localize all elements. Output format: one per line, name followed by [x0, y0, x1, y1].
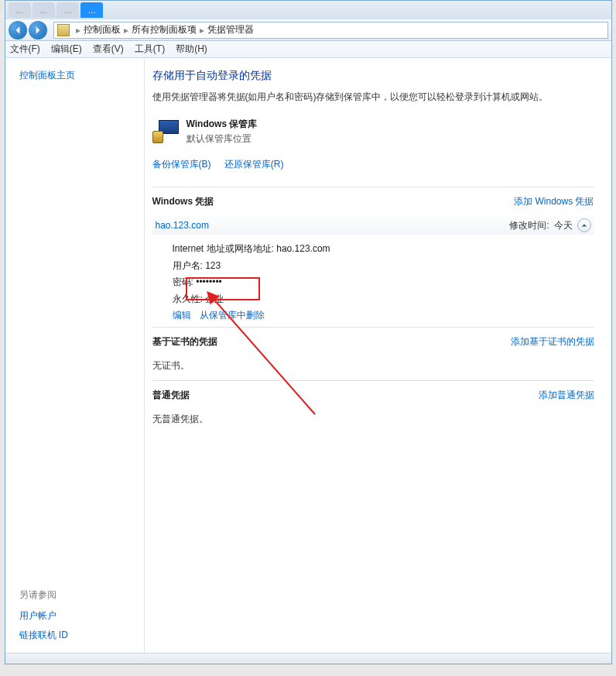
- add-cert-credential-link[interactable]: 添加基于证书的凭据: [511, 335, 594, 348]
- nav-bar: ▸ 控制面板 ▸ 所有控制面板项 ▸ 凭据管理器: [5, 19, 611, 41]
- browser-tab[interactable]: ...: [80, 2, 103, 18]
- section-title: Windows 凭据: [152, 195, 214, 208]
- vault-icon: [152, 120, 179, 143]
- restore-vault-link[interactable]: 还原保管库(R): [224, 159, 284, 170]
- user-label: 用户名:: [173, 260, 203, 271]
- credential-header[interactable]: hao.123.com 修改时间: 今天: [152, 216, 594, 235]
- menu-view[interactable]: 查看(V): [93, 43, 124, 56]
- credential-site[interactable]: hao.123.com: [156, 220, 209, 231]
- empty-message: 无证书。: [152, 356, 594, 376]
- sidebar-footer: 另请参阅 用户帐户 链接联机 ID: [19, 588, 68, 648]
- tabs-bar: ... ... ... ...: [5, 1, 611, 19]
- add-windows-credential-link[interactable]: 添加 Windows 凭据: [514, 195, 594, 208]
- empty-message: 无普通凭据。: [152, 410, 594, 429]
- add-generic-credential-link[interactable]: 添加普通凭据: [539, 389, 594, 402]
- arrow-right-icon: [33, 26, 43, 35]
- pass-value: ••••••••: [196, 276, 222, 287]
- persist-label: 永久性:: [173, 293, 203, 304]
- pass-label: 密码:: [173, 276, 193, 287]
- window: ... ... ... ... ▸ 控制面板 ▸ 所有控制面板项 ▸ 凭据管理器…: [5, 0, 612, 664]
- browser-tab[interactable]: ...: [56, 2, 79, 18]
- sidebar-link-user-accounts[interactable]: 用户帐户: [19, 609, 68, 623]
- sidebar-footer-heading: 另请参阅: [19, 588, 68, 602]
- content: 存储用于自动登录的凭据 使用凭据管理器将凭据(如用户名和密码)存储到保管库中，以…: [145, 58, 611, 664]
- vault-title: Windows 保管库: [187, 118, 258, 131]
- credential-actions: 编辑 从保管库中删除: [152, 309, 594, 322]
- modified-value: 今天: [554, 219, 573, 232]
- folder-icon: [57, 24, 70, 36]
- page-description: 使用凭据管理器将凭据(如用户名和密码)存储到保管库中，以便您可以轻松登录到计算机…: [152, 91, 594, 104]
- user-value: 123: [205, 260, 221, 271]
- remove-credential-link[interactable]: 从保管库中删除: [200, 310, 265, 321]
- credential-details: Internet 地址或网络地址: hao.123.com 用户名: 123 密…: [152, 241, 594, 307]
- section-generic-credentials: 普通凭据 添加普通凭据 无普通凭据。: [152, 380, 594, 434]
- sidebar: 控制面板主页 另请参阅 用户帐户 链接联机 ID: [5, 58, 145, 664]
- menu-file[interactable]: 文件(F): [10, 43, 40, 56]
- addr-label: Internet 地址或网络地址:: [173, 243, 274, 254]
- breadcrumb: ▸ 控制面板 ▸ 所有控制面板项 ▸ 凭据管理器: [73, 23, 254, 36]
- menu-edit[interactable]: 编辑(E): [51, 43, 82, 56]
- address-bar[interactable]: ▸ 控制面板 ▸ 所有控制面板项 ▸ 凭据管理器: [53, 22, 608, 39]
- page-title: 存储用于自动登录的凭据: [152, 69, 594, 83]
- sidebar-link-online-id[interactable]: 链接联机 ID: [19, 629, 68, 642]
- section-windows-credentials: Windows 凭据 添加 Windows 凭据 hao.123.com 修改时…: [152, 187, 594, 327]
- breadcrumb-item[interactable]: 凭据管理器: [207, 23, 254, 36]
- body: 控制面板主页 另请参阅 用户帐户 链接联机 ID 存储用于自动登录的凭据 使用凭…: [5, 58, 611, 664]
- backup-vault-link[interactable]: 备份保管库(B): [152, 159, 211, 170]
- section-title: 普通凭据: [152, 389, 190, 402]
- browser-tab[interactable]: ...: [33, 2, 55, 18]
- browser-tab[interactable]: ...: [9, 2, 31, 18]
- arrow-left-icon: [13, 26, 22, 35]
- collapse-button[interactable]: [577, 218, 591, 232]
- status-bar: [5, 653, 611, 664]
- edit-credential-link[interactable]: 编辑: [173, 310, 191, 321]
- section-cert-credentials: 基于证书的凭据 添加基于证书的凭据 无证书。: [152, 327, 594, 380]
- menu-tools[interactable]: 工具(T): [135, 43, 165, 56]
- breadcrumb-item[interactable]: 所有控制面板项: [132, 23, 197, 36]
- forward-button[interactable]: [29, 21, 47, 39]
- vault-subtitle: 默认保管库位置: [187, 133, 252, 144]
- vault-row: Windows 保管库 默认保管库位置: [152, 118, 594, 146]
- chevron-up-icon: [581, 222, 587, 228]
- modified-label: 修改时间:: [509, 219, 549, 232]
- section-title: 基于证书的凭据: [152, 335, 217, 348]
- breadcrumb-item[interactable]: 控制面板: [84, 23, 121, 36]
- menu-help[interactable]: 帮助(H): [176, 43, 207, 56]
- menu-bar: 文件(F) 编辑(E) 查看(V) 工具(T) 帮助(H): [5, 41, 611, 58]
- addr-value: hao.123.com: [276, 243, 330, 254]
- persist-value: 企业: [205, 293, 224, 304]
- vault-actions: 备份保管库(B) 还原保管库(R): [152, 158, 594, 171]
- sidebar-home-link[interactable]: 控制面板主页: [19, 69, 130, 82]
- credential-entry: hao.123.com 修改时间: 今天 Internet 地址或网络地址: h…: [152, 216, 594, 322]
- back-button[interactable]: [9, 21, 27, 39]
